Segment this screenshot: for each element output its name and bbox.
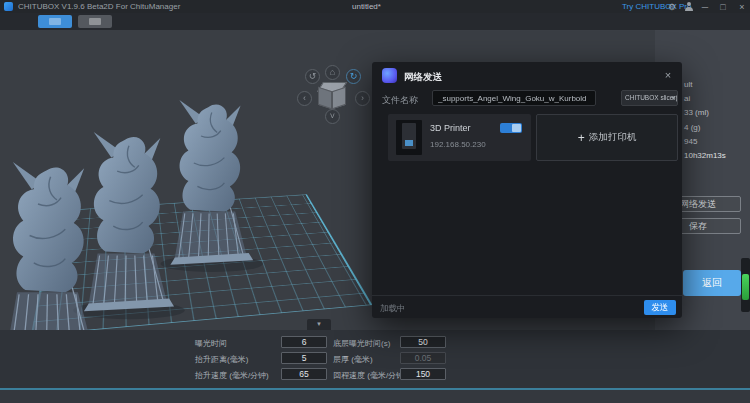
status-bar [0,390,750,403]
loading-status: 加载中 [380,303,406,315]
bottom-exposure-label: 底层曝光时间(s) [333,338,390,349]
app-logo-icon [4,2,13,11]
plus-icon: + [578,131,585,145]
format-dropdown[interactable]: CHITUBOX slicer(*.ctb) ▾ [621,90,678,106]
panel-collapse-handle[interactable]: ▼ [307,319,331,330]
document-title: untitled* [352,2,381,11]
minimize-icon[interactable]: ─ [698,0,712,13]
rotate-left-button[interactable]: ‹ [297,91,312,106]
file-name-label: 文件名称 [382,94,418,107]
chevron-down-icon: ▾ [671,91,675,105]
home-view-button[interactable]: ⌂ [325,65,340,80]
printer-ip: 192.168.50.230 [430,140,486,149]
dialog-app-icon [382,68,397,83]
back-button[interactable]: 返回 [683,270,741,296]
network-send-dialog: 网络发送 × 文件名称 CHITUBOX slicer(*.ctb) ▾ 3D … [372,62,682,318]
lift-speed-input[interactable] [281,368,327,380]
dialog-footer: 加载中 发送 [372,295,682,318]
slice-tab-active-button[interactable] [38,15,72,28]
view-navigation-cluster: ↺ ⌂ ↻ ‹ › ˅ [293,63,373,125]
title-bar: CHITUBOX V1.9.6 Beta2D For ChituManager … [0,0,750,13]
format-selected-value: CHITUBOX slicer(*.ctb) [625,94,678,101]
lift-speed-label: 抬升速度 (毫米/分钟) [195,370,269,381]
lift-distance-label: 抬升距离(毫米) [195,354,248,365]
dialog-close-icon[interactable]: × [660,67,676,83]
printer-status-toggle[interactable] [500,123,522,133]
lift-distance-input[interactable] [281,352,327,364]
user-icon[interactable] [684,2,693,11]
close-icon[interactable]: × [735,0,749,13]
chitubox-window: CHITUBOX V1.9.6 Beta2D For ChituManager … [0,0,750,403]
retract-speed-label: 回程速度 (毫米/分钟) [333,370,407,381]
stat-weight: 4 (g) [684,123,700,132]
toolbar [0,13,750,30]
gear-icon[interactable]: ⚙ [665,0,679,13]
print-parameters-panel: 曝光时间 抬升距离(毫米) 抬升速度 (毫米/分钟) 底层曝光时间(s) 层厚 … [0,330,750,388]
printer-thumbnail [396,120,422,155]
add-printer-button[interactable]: + 添加打印机 [536,114,678,161]
maximize-icon[interactable]: □ [716,0,730,13]
stat-volume: 33 (ml) [684,108,709,117]
layer-height-input [400,352,446,364]
stat-machine: ult [684,80,692,89]
exposure-time-input[interactable] [281,336,327,348]
file-name-input[interactable] [432,90,596,106]
dialog-title: 网络发送 [404,71,442,84]
stat-print-time: 10h32m13s [684,151,726,160]
bottom-exposure-input[interactable] [400,336,446,348]
stat-resin: ai [684,94,690,103]
printer-name: 3D Printer [430,123,471,133]
zoom-slider[interactable] [741,258,750,312]
add-printer-label: 添加打印机 [589,131,637,144]
printer-card[interactable]: 3D Printer 192.168.50.230 [388,114,531,161]
layer-height-label: 层厚 (毫米) [333,354,373,365]
zoom-slider-handle[interactable] [742,274,749,300]
preview-tab-button[interactable] [78,15,112,28]
rotate-right-button[interactable]: › [355,91,370,106]
orientation-cube[interactable] [317,79,349,113]
send-button[interactable]: 发送 [644,300,676,315]
retract-speed-input[interactable] [400,368,446,380]
app-title: CHITUBOX V1.9.6 Beta2D For ChituManager [18,2,180,11]
stat-price: 945 [684,137,697,146]
exposure-time-label: 曝光时间 [195,338,227,349]
try-pro-link[interactable]: Try CHITUBOX Pro [622,2,691,11]
